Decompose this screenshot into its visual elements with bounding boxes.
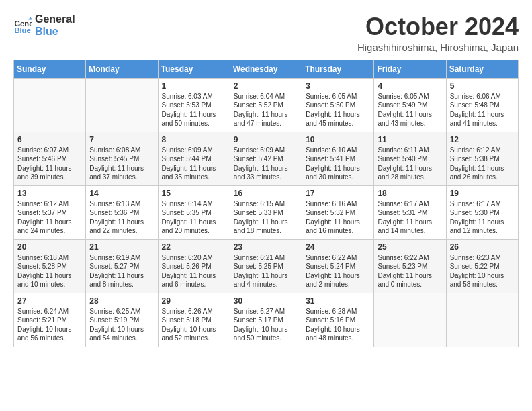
day-number: 2 — [234, 81, 298, 91]
day-number: 14 — [89, 189, 154, 198]
location-title: Higashihiroshima, Hiroshima, Japan — [357, 42, 519, 53]
calendar-cell: 14Sunrise: 6:13 AM Sunset: 5:36 PM Dayli… — [86, 185, 158, 239]
day-number: 6 — [17, 135, 82, 144]
cell-text: Sunrise: 6:11 AM Sunset: 5:40 PM Dayligh… — [378, 146, 442, 182]
calendar-cell: 9Sunrise: 6:09 AM Sunset: 5:42 PM Daylig… — [230, 132, 302, 185]
calendar-cell: 23Sunrise: 6:21 AM Sunset: 5:25 PM Dayli… — [230, 239, 302, 293]
calendar-cell: 5Sunrise: 6:06 AM Sunset: 5:48 PM Daylig… — [446, 78, 518, 132]
calendar-cell: 1Sunrise: 6:03 AM Sunset: 5:53 PM Daylig… — [158, 78, 230, 132]
calendar-cell: 15Sunrise: 6:14 AM Sunset: 5:35 PM Dayli… — [158, 185, 230, 239]
calendar-cell: 7Sunrise: 6:08 AM Sunset: 5:45 PM Daylig… — [86, 132, 158, 185]
cell-text: Sunrise: 6:22 AM Sunset: 5:24 PM Dayligh… — [306, 253, 370, 289]
day-number: 11 — [378, 135, 442, 144]
calendar-cell: 22Sunrise: 6:20 AM Sunset: 5:26 PM Dayli… — [158, 239, 230, 293]
cell-text: Sunrise: 6:17 AM Sunset: 5:31 PM Dayligh… — [378, 199, 442, 236]
calendar-cell: 4Sunrise: 6:05 AM Sunset: 5:49 PM Daylig… — [374, 78, 446, 132]
day-number: 16 — [234, 189, 298, 198]
page-header: General Blue General Blue October 2024 H… — [13, 13, 519, 53]
cell-text: Sunrise: 6:10 AM Sunset: 5:41 PM Dayligh… — [306, 146, 370, 182]
cell-text: Sunrise: 6:09 AM Sunset: 5:44 PM Dayligh… — [162, 146, 226, 182]
calendar-cell: 3Sunrise: 6:05 AM Sunset: 5:50 PM Daylig… — [302, 78, 374, 132]
weekday-header-sunday: Sunday — [14, 60, 86, 78]
day-number: 28 — [89, 296, 154, 306]
cell-text: Sunrise: 6:16 AM Sunset: 5:32 PM Dayligh… — [306, 199, 370, 236]
day-number: 7 — [89, 135, 154, 144]
cell-text: Sunrise: 6:18 AM Sunset: 5:28 PM Dayligh… — [17, 253, 82, 289]
svg-text:Blue: Blue — [14, 26, 30, 34]
cell-text: Sunrise: 6:21 AM Sunset: 5:25 PM Dayligh… — [234, 253, 298, 289]
cell-text: Sunrise: 6:28 AM Sunset: 5:16 PM Dayligh… — [306, 307, 370, 343]
day-number: 24 — [306, 242, 370, 252]
day-number: 30 — [234, 296, 298, 306]
day-number: 15 — [162, 189, 226, 198]
cell-text: Sunrise: 6:19 AM Sunset: 5:27 PM Dayligh… — [89, 253, 154, 289]
weekday-header-wednesday: Wednesday — [230, 60, 302, 78]
calendar-cell: 13Sunrise: 6:12 AM Sunset: 5:37 PM Dayli… — [14, 185, 86, 239]
calendar-cell: 8Sunrise: 6:09 AM Sunset: 5:44 PM Daylig… — [158, 132, 230, 185]
day-number: 18 — [378, 189, 442, 198]
weekday-header-thursday: Thursday — [302, 60, 374, 78]
day-number: 8 — [162, 135, 226, 144]
day-number: 17 — [306, 189, 370, 198]
calendar-header-row: SundayMondayTuesdayWednesdayThursdayFrid… — [14, 60, 519, 78]
calendar-cell: 16Sunrise: 6:15 AM Sunset: 5:33 PM Dayli… — [230, 185, 302, 239]
cell-text: Sunrise: 6:27 AM Sunset: 5:17 PM Dayligh… — [234, 307, 298, 343]
calendar-cell — [446, 293, 518, 347]
calendar-week-row: 20Sunrise: 6:18 AM Sunset: 5:28 PM Dayli… — [14, 239, 519, 293]
calendar-cell: 21Sunrise: 6:19 AM Sunset: 5:27 PM Dayli… — [86, 239, 158, 293]
day-number: 21 — [89, 242, 154, 252]
cell-text: Sunrise: 6:03 AM Sunset: 5:53 PM Dayligh… — [162, 92, 226, 128]
day-number: 20 — [17, 242, 82, 252]
logo: General Blue General Blue — [13, 13, 75, 37]
logo-blue: Blue — [35, 26, 75, 38]
logo-icon: General Blue — [13, 16, 32, 35]
calendar-week-row: 1Sunrise: 6:03 AM Sunset: 5:53 PM Daylig… — [14, 78, 519, 132]
cell-text: Sunrise: 6:13 AM Sunset: 5:36 PM Dayligh… — [89, 199, 154, 236]
cell-text: Sunrise: 6:25 AM Sunset: 5:19 PM Dayligh… — [89, 307, 154, 343]
cell-text: Sunrise: 6:04 AM Sunset: 5:52 PM Dayligh… — [234, 92, 298, 128]
calendar-cell: 17Sunrise: 6:16 AM Sunset: 5:32 PM Dayli… — [302, 185, 374, 239]
weekday-header-saturday: Saturday — [446, 60, 518, 78]
day-number: 26 — [450, 242, 515, 252]
cell-text: Sunrise: 6:15 AM Sunset: 5:33 PM Dayligh… — [234, 199, 298, 236]
cell-text: Sunrise: 6:23 AM Sunset: 5:22 PM Dayligh… — [450, 253, 515, 289]
day-number: 3 — [306, 81, 370, 91]
day-number: 29 — [162, 296, 226, 306]
calendar-week-row: 13Sunrise: 6:12 AM Sunset: 5:37 PM Dayli… — [14, 185, 519, 239]
calendar-cell: 2Sunrise: 6:04 AM Sunset: 5:52 PM Daylig… — [230, 78, 302, 132]
day-number: 23 — [234, 242, 298, 252]
day-number: 13 — [17, 189, 82, 198]
day-number: 4 — [378, 81, 442, 91]
day-number: 9 — [234, 135, 298, 144]
calendar-cell: 31Sunrise: 6:28 AM Sunset: 5:16 PM Dayli… — [302, 293, 374, 347]
cell-text: Sunrise: 6:05 AM Sunset: 5:50 PM Dayligh… — [306, 92, 370, 128]
day-number: 1 — [162, 81, 226, 91]
logo-general: General — [35, 13, 75, 26]
calendar-table: SundayMondayTuesdayWednesdayThursdayFrid… — [13, 60, 519, 347]
cell-text: Sunrise: 6:07 AM Sunset: 5:46 PM Dayligh… — [17, 146, 82, 182]
weekday-header-tuesday: Tuesday — [158, 60, 230, 78]
calendar-week-row: 6Sunrise: 6:07 AM Sunset: 5:46 PM Daylig… — [14, 132, 519, 185]
calendar-week-row: 27Sunrise: 6:24 AM Sunset: 5:21 PM Dayli… — [14, 293, 519, 347]
day-number: 22 — [162, 242, 226, 252]
calendar-cell: 25Sunrise: 6:22 AM Sunset: 5:23 PM Dayli… — [374, 239, 446, 293]
cell-text: Sunrise: 6:22 AM Sunset: 5:23 PM Dayligh… — [378, 253, 442, 289]
calendar-cell: 18Sunrise: 6:17 AM Sunset: 5:31 PM Dayli… — [374, 185, 446, 239]
day-number: 10 — [306, 135, 370, 144]
calendar-cell: 11Sunrise: 6:11 AM Sunset: 5:40 PM Dayli… — [374, 132, 446, 185]
calendar-cell: 26Sunrise: 6:23 AM Sunset: 5:22 PM Dayli… — [446, 239, 518, 293]
cell-text: Sunrise: 6:26 AM Sunset: 5:18 PM Dayligh… — [162, 307, 226, 343]
calendar-cell: 10Sunrise: 6:10 AM Sunset: 5:41 PM Dayli… — [302, 132, 374, 185]
cell-text: Sunrise: 6:24 AM Sunset: 5:21 PM Dayligh… — [17, 307, 82, 343]
calendar-cell: 27Sunrise: 6:24 AM Sunset: 5:21 PM Dayli… — [14, 293, 86, 347]
cell-text: Sunrise: 6:08 AM Sunset: 5:45 PM Dayligh… — [89, 146, 154, 182]
cell-text: Sunrise: 6:20 AM Sunset: 5:26 PM Dayligh… — [162, 253, 226, 289]
day-number: 19 — [450, 189, 515, 198]
calendar-cell: 24Sunrise: 6:22 AM Sunset: 5:24 PM Dayli… — [302, 239, 374, 293]
month-title: October 2024 — [357, 13, 519, 40]
cell-text: Sunrise: 6:12 AM Sunset: 5:37 PM Dayligh… — [17, 199, 82, 236]
day-number: 27 — [17, 296, 82, 306]
cell-text: Sunrise: 6:17 AM Sunset: 5:30 PM Dayligh… — [450, 199, 515, 236]
svg-marker-2 — [28, 17, 32, 19]
cell-text: Sunrise: 6:14 AM Sunset: 5:35 PM Dayligh… — [162, 199, 226, 236]
